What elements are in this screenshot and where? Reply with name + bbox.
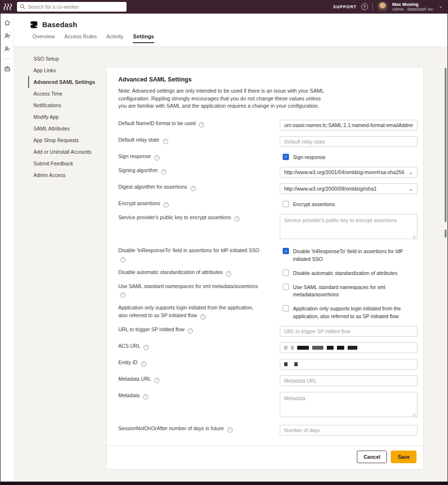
sidebar-item-sso-setup[interactable]: SSO Setup	[28, 53, 106, 65]
disable-inresponseto-checkbox-label: Disable 'InResponseTo' field in assertio…	[293, 248, 417, 262]
home-icon[interactable]	[4, 19, 11, 26]
tab-access-rules[interactable]: Access Rules	[64, 33, 97, 43]
form-row-saml-namespaces: Use SAML standard namespaces for xml met…	[118, 283, 417, 298]
signing-algorithm-label: Signing algorithm ?	[118, 167, 280, 178]
user-role: Admin · BaseDash Inc.	[392, 7, 434, 12]
help-icon[interactable]: ?	[226, 271, 231, 276]
disable-standardization-label: Disable automatic standardization of att…	[118, 269, 283, 277]
help-icon[interactable]: ?	[163, 202, 169, 208]
help-icon[interactable]: ?	[191, 186, 196, 191]
redacted-block	[312, 346, 323, 350]
left-icon-rail	[0, 14, 14, 482]
sidebar-item-notifications[interactable]: Notifications	[28, 99, 106, 111]
user-avatar[interactable]	[377, 1, 388, 12]
help-icon[interactable]: ?	[227, 427, 233, 433]
signing-algorithm-select[interactable]: http://www.w3.org/2001/04/xmldsig-more#r…	[280, 167, 417, 178]
disable-inresponseto-checkbox[interactable]: ✓	[283, 248, 289, 254]
signing-algorithm-value: http://www.w3.org/2001/04/xmldsig-more#r…	[284, 169, 404, 175]
digest-algorithm-select[interactable]: http://www.w3.org/2000/09/xmldsig#sha1⌄	[280, 183, 417, 194]
form-row-sp-public-key: Service provider's public key to encrypt…	[118, 214, 417, 241]
acs-url-label: ACS URL ?	[118, 342, 280, 353]
sp-initiated-only-checkbox[interactable]	[283, 305, 289, 311]
sidebar-item-app-shop-requests[interactable]: App Shop Requests	[28, 134, 106, 146]
help-icon[interactable]: ?	[163, 139, 168, 144]
coworker-search[interactable]	[17, 2, 127, 12]
acs-url-input[interactable]	[280, 342, 417, 353]
help-icon[interactable]: ?	[154, 155, 160, 161]
help-icon[interactable]: ?	[120, 257, 126, 262]
help-icon[interactable]: ?	[234, 216, 240, 222]
search-input[interactable]	[28, 4, 124, 10]
rippling-logo-icon[interactable]	[0, 3, 15, 11]
metadata-textarea[interactable]	[280, 392, 417, 417]
saml-form: Default NameID format to be used ?Defaul…	[118, 120, 417, 436]
add-user-icon[interactable]	[4, 32, 11, 39]
help-icon[interactable]: ?	[143, 394, 148, 400]
tab-overview[interactable]: Overview	[32, 33, 55, 43]
help-icon[interactable]: ?	[144, 345, 149, 350]
sidebar-item-access-time[interactable]: Access Time	[28, 88, 106, 99]
saml-namespaces-checkbox-label: Use SAML standard namespaces for xml met…	[293, 284, 417, 298]
session-days-input[interactable]	[280, 425, 417, 436]
help-circle-icon[interactable]: ?	[361, 3, 368, 10]
disable-standardization-checkbox[interactable]	[283, 270, 289, 276]
digest-algorithm-value: http://www.w3.org/2000/09/xmldsig#sha1	[284, 186, 377, 192]
digest-algorithm-label: Digest algorithm for assertions ?	[118, 183, 280, 194]
metadata-url-input[interactable]	[280, 375, 417, 386]
saml-namespaces-checkbox[interactable]	[283, 284, 289, 290]
help-icon[interactable]: ?	[188, 328, 193, 334]
form-row-default-relay-state: Default relay state ?	[118, 136, 417, 147]
sidebar-item-modify-app[interactable]: Modify App	[28, 111, 106, 123]
panel-note: Note: Advanced settings are only intende…	[118, 87, 328, 110]
redacted-block	[284, 362, 288, 366]
sp-public-key-textarea[interactable]	[280, 214, 417, 239]
top-bar: SUPPORT ? Max Musing Admin · BaseDash In…	[0, 0, 448, 14]
encrypt-assertions-checkbox-row: Encrypt assertions	[283, 200, 417, 208]
entity-id-input[interactable]	[280, 359, 417, 370]
save-button[interactable]: Save	[391, 451, 416, 463]
tab-activity[interactable]: Activity	[106, 33, 123, 43]
form-footer: Cancel Save	[107, 445, 423, 469]
scrollbar-thumb[interactable]	[445, 68, 447, 222]
disable-inresponseto-checkbox-row: ✓Disable 'InResponseTo' field in asserti…	[283, 247, 417, 262]
help-icon[interactable]: ?	[200, 314, 206, 320]
resize-handle-icon[interactable]	[413, 236, 416, 239]
saml-namespaces-label: Use SAML standard namespaces for xml met…	[118, 283, 283, 298]
form-row-sign-response: Sign response ?✓Sign response	[118, 153, 417, 161]
help-icon[interactable]: ?	[199, 122, 204, 128]
sidebar-item-advanced-saml-settings[interactable]: Advanced SAML Settings	[28, 76, 106, 88]
sidebar-item-saml-attributes[interactable]: SAML Attributes	[28, 123, 106, 134]
remove-user-icon[interactable]	[4, 46, 11, 52]
sidebar-item-admin-access[interactable]: Admin Access	[28, 169, 106, 181]
default-relay-state-input[interactable]	[280, 136, 417, 147]
encrypt-assertions-checkbox-label: Encrypt assertions	[293, 201, 335, 208]
chevron-down-icon[interactable]: ⌄	[439, 3, 443, 9]
app-title: Basedash	[42, 20, 77, 29]
redacted-block	[348, 346, 357, 350]
help-icon[interactable]: ?	[141, 361, 146, 367]
sidebar-item-submit-feedback[interactable]: Submit Feedback	[28, 158, 106, 169]
sp-initiated-only-label: Application only supports login initiate…	[118, 304, 283, 320]
user-menu[interactable]: Max Musing Admin · BaseDash Inc.	[392, 2, 434, 12]
resize-handle-icon[interactable]	[413, 414, 416, 417]
sign-response-checkbox[interactable]: ✓	[283, 154, 289, 160]
briefcase-icon[interactable]	[4, 65, 11, 72]
help-icon[interactable]: ?	[120, 292, 126, 298]
window-edge	[0, 482, 448, 485]
redacted-block	[337, 346, 344, 350]
sidebar-item-app-links[interactable]: App Links	[28, 65, 106, 76]
cancel-button[interactable]: Cancel	[357, 451, 387, 463]
support-link[interactable]: SUPPORT	[333, 4, 357, 9]
sp-flow-url-label: URL to trigger SP initited flow ?	[118, 326, 280, 337]
tab-settings[interactable]: Settings	[133, 33, 154, 43]
help-icon[interactable]: ?	[154, 378, 160, 383]
sp-flow-url-input[interactable]	[280, 326, 417, 337]
sp-initiated-only-checkbox-label: Application only supports login initiate…	[293, 305, 417, 320]
redacted-block	[284, 346, 288, 350]
encrypt-assertions-label: Encrypt assertions ?	[118, 200, 283, 208]
encrypt-assertions-checkbox[interactable]	[283, 201, 289, 207]
scrollbar-thumb-secondary[interactable]	[445, 229, 447, 238]
default-nameid-format-input[interactable]	[280, 120, 417, 130]
help-icon[interactable]: ?	[161, 169, 166, 175]
sidebar-item-add-or-uninstall-accounts[interactable]: Add or Uninstall Accounts	[28, 146, 106, 158]
